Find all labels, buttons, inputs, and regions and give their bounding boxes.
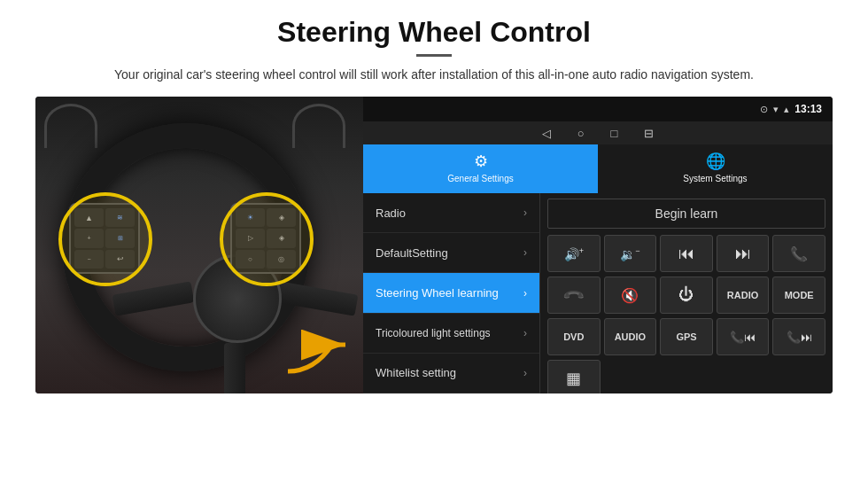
- mute-button[interactable]: 🔇: [604, 277, 657, 314]
- audio-button[interactable]: AUDIO: [604, 318, 657, 355]
- tel-prev-button[interactable]: 📞⏮: [717, 318, 770, 355]
- recents-icon[interactable]: □: [611, 127, 618, 140]
- tel-next-icon: 📞⏭: [787, 331, 812, 344]
- chevron-whitelist: ›: [523, 367, 527, 379]
- begin-learn-button[interactable]: Begin learn: [547, 199, 825, 229]
- menu-item-steering-wheel[interactable]: Steering Wheel learning ›: [363, 273, 539, 313]
- arrow-indicator: [279, 327, 359, 385]
- android-ui: ⊙ ▾ ▴ 13:13 ◁ ○ □ ⊟ ⚙ General Settings 🌐: [363, 97, 833, 393]
- tel-next-button[interactable]: 📞⏭: [772, 318, 825, 355]
- controls-row-1: 🔊+ 🔉− ⏮ ⏭ 📞: [547, 235, 825, 272]
- status-bar: ⊙ ▾ ▴ 13:13: [363, 97, 833, 121]
- hang-up-button[interactable]: 📞: [547, 277, 601, 314]
- phone-answer-button[interactable]: 📞: [772, 235, 825, 272]
- screen-icon: ▦: [566, 369, 581, 388]
- controls-row-3: DVD AUDIO GPS 📞⏮ 📞⏭: [547, 318, 825, 355]
- begin-learn-row: Begin learn: [547, 199, 825, 229]
- next-track-button[interactable]: ⏭: [717, 235, 770, 272]
- menu-icon[interactable]: ⊟: [644, 127, 654, 140]
- location-icon: ⊙: [760, 104, 768, 115]
- main-area: Radio › DefaultSetting › Steering Wheel …: [363, 193, 833, 393]
- tabs-row: ⚙ General Settings 🌐 System Settings: [363, 144, 833, 193]
- radio-button[interactable]: RADIO: [717, 277, 770, 314]
- dashboard-background: ▲ ≋ + ⊞ − ↩ ☀ ◈ ▷ ◈ ○ ◎: [35, 97, 363, 393]
- subtitle: Your original car's steering wheel contr…: [114, 66, 754, 84]
- screen-button[interactable]: ▦: [547, 360, 601, 393]
- status-time: 13:13: [794, 103, 822, 115]
- highlight-circle-left: [58, 192, 152, 286]
- chevron-tricoloured: ›: [523, 327, 527, 339]
- left-menu: Radio › DefaultSetting › Steering Wheel …: [363, 193, 540, 393]
- spoke-left: [112, 281, 195, 316]
- chevron-radio: ›: [523, 206, 527, 219]
- audio-button-label: AUDIO: [615, 331, 646, 342]
- tab-system-label: System Settings: [683, 174, 747, 183]
- gauge-left: [44, 104, 97, 148]
- menu-item-tricoloured[interactable]: Tricoloured light settings ›: [363, 314, 539, 354]
- globe-icon: 🌐: [706, 152, 725, 171]
- menu-item-whitelist[interactable]: Whitelist setting ›: [363, 354, 539, 393]
- prev-track-button[interactable]: ⏮: [660, 235, 713, 272]
- tab-general-label: General Settings: [447, 174, 514, 183]
- menu-item-tricoloured-label: Tricoloured light settings: [376, 327, 491, 339]
- page-title: Steering Wheel Control: [277, 16, 591, 49]
- menu-item-steering-label: Steering Wheel learning: [376, 286, 499, 300]
- vol-down-button[interactable]: 🔉−: [604, 235, 657, 272]
- content-row: ▲ ≋ + ⊞ − ↩ ☀ ◈ ▷ ◈ ○ ◎: [35, 97, 833, 393]
- menu-item-default-label: DefaultSetting: [376, 246, 448, 260]
- gps-button[interactable]: GPS: [660, 318, 713, 355]
- gps-button-label: GPS: [676, 331, 696, 342]
- controls-row-4: ▦: [547, 360, 825, 393]
- phone-answer-icon: 📞: [790, 245, 808, 262]
- prev-track-icon: ⏮: [678, 245, 694, 263]
- power-button[interactable]: ⏻: [660, 277, 713, 314]
- gear-icon: ⚙: [474, 152, 488, 171]
- menu-item-default-setting[interactable]: DefaultSetting ›: [363, 233, 539, 273]
- dvd-button[interactable]: DVD: [547, 318, 601, 355]
- chevron-default: ›: [523, 246, 527, 259]
- next-track-icon: ⏭: [735, 245, 751, 263]
- power-icon: ⏻: [678, 286, 694, 304]
- gauge-right: [292, 104, 345, 148]
- spoke-bottom: [224, 343, 245, 393]
- tel-prev-icon: 📞⏮: [730, 331, 756, 344]
- menu-item-radio-label: Radio: [376, 206, 406, 220]
- mode-button-label: MODE: [785, 290, 814, 300]
- chevron-steering: ›: [523, 287, 527, 300]
- home-icon[interactable]: ○: [577, 127, 585, 140]
- signal-icon: ▾: [773, 104, 779, 115]
- vol-up-button[interactable]: 🔊+: [547, 235, 601, 272]
- back-icon[interactable]: ◁: [542, 127, 551, 140]
- radio-button-label: RADIO: [727, 290, 758, 300]
- wifi-icon: ▴: [784, 104, 789, 115]
- title-divider: [416, 54, 452, 57]
- tab-general-settings[interactable]: ⚙ General Settings: [363, 144, 598, 193]
- menu-item-radio[interactable]: Radio ›: [363, 193, 539, 233]
- dvd-button-label: DVD: [563, 331, 584, 342]
- controls-row-2: 📞 🔇 ⏻ RADIO MODE: [547, 277, 825, 314]
- spoke-right: [276, 281, 359, 316]
- hang-up-icon: 📞: [562, 283, 586, 308]
- mute-icon: 🔇: [621, 287, 639, 304]
- vol-up-icon: 🔊+: [564, 246, 584, 261]
- highlight-circle-right: [220, 192, 314, 286]
- page-wrapper: Steering Wheel Control Your original car…: [0, 0, 868, 483]
- tab-system-settings[interactable]: 🌐 System Settings: [598, 144, 833, 193]
- steering-wheel-image: ▲ ≋ + ⊞ − ↩ ☀ ◈ ▷ ◈ ○ ◎: [35, 97, 363, 393]
- vol-down-icon: 🔉−: [620, 246, 639, 261]
- menu-item-whitelist-label: Whitelist setting: [376, 366, 456, 379]
- mode-button[interactable]: MODE: [772, 277, 825, 314]
- nav-bar: ◁ ○ □ ⊟: [363, 121, 833, 144]
- right-controls: Begin learn 🔊+ 🔉− ⏮: [540, 193, 833, 393]
